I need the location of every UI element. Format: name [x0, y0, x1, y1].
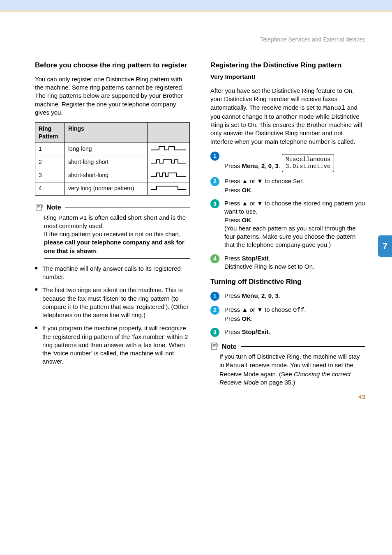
mono-off: Off [293, 307, 304, 314]
lcd-line-1: Miscellaneous [286, 156, 330, 163]
cell-waveform [148, 169, 190, 182]
cell-pattern-num: 4 [35, 182, 65, 195]
t: . [304, 177, 306, 184]
key-ok: OK [242, 187, 251, 193]
off-step-2-text: Press ▲ or ▼ to choose Off. Press OK. [224, 306, 365, 323]
t: Press [224, 292, 242, 299]
note-text-2a: If the ring pattern you received is not … [44, 230, 181, 237]
chapter-side-tab: 7 [378, 235, 392, 257]
t: (You hear each pattern as you scroll thr… [224, 225, 356, 249]
down-arrow-icon: ▼ [257, 306, 263, 313]
svg-rect-0 [36, 204, 42, 211]
note-icon [35, 203, 44, 212]
off-step-3: 3 Press Stop/Exit. [210, 328, 365, 337]
waveform-icon [151, 184, 186, 191]
t: Press [224, 200, 242, 207]
t: . [279, 292, 280, 299]
ring-pattern-table: Ring Pattern Rings 1 long-long [35, 122, 190, 195]
note-text-2c: . [96, 247, 98, 254]
t: . [251, 216, 253, 223]
t: . [251, 187, 253, 193]
note-text-1: Ring Pattern #1 is often called short-sh… [44, 214, 186, 229]
t: , [258, 162, 261, 169]
key-0: 0 [268, 292, 272, 299]
t: , [265, 162, 268, 169]
key-menu: Menu [242, 162, 258, 169]
registering-heading: Registering the Distinctive Ring pattern [210, 61, 365, 70]
t: to choose [263, 177, 293, 184]
cell-pattern-num: 3 [35, 169, 65, 182]
key-stop-exit: Stop/Exit [242, 328, 269, 335]
note-title: Note [222, 342, 237, 351]
down-arrow-icon: ▼ [257, 200, 263, 207]
t: Press [224, 216, 242, 223]
step-number-icon: 3 [210, 199, 219, 208]
note-icon [210, 342, 219, 351]
waveform-icon [151, 158, 186, 165]
t: on page 35.) [259, 379, 295, 386]
off-step-1: 1 Press Menu, 2, 0, 3. [210, 292, 365, 301]
key-stop-exit: Stop/Exit [242, 255, 269, 262]
list-item: If you program the machine properly, it … [35, 324, 190, 366]
note-block-2: Note If you turn off Distinctive Ring, t… [210, 342, 365, 390]
th-waveform [148, 123, 190, 143]
cell-rings: short-short-long [65, 169, 148, 182]
note-body: Ring Pattern #1 is often called short-sh… [44, 214, 190, 259]
step-4-text: Press Stop/Exit. Distinctive Ring is now… [224, 254, 365, 271]
t: Distinctive Ring is now set to On. [224, 263, 314, 270]
list-item: The first two rings are silent on the ma… [35, 286, 190, 319]
step-number-icon: 1 [210, 152, 219, 161]
left-intro: You can only register one Distinctive Ri… [35, 75, 190, 117]
list-item: The machine will only answer calls to it… [35, 265, 190, 281]
t: . [269, 255, 270, 262]
key-3: 3 [275, 162, 278, 169]
mono-set: Set [293, 178, 304, 185]
very-important-label: Very Important! [210, 73, 256, 80]
cell-pattern-num: 1 [35, 143, 65, 156]
svg-rect-1 [212, 343, 217, 350]
cell-rings: very long (normal pattern) [65, 182, 148, 195]
th-rings: Rings [65, 123, 148, 143]
cell-rings: short-long-short [65, 156, 148, 169]
t: Press [224, 328, 242, 335]
note-rule [65, 207, 190, 207]
up-arrow-icon: ▲ [242, 200, 248, 207]
t: . [251, 315, 253, 322]
t: or [248, 200, 257, 207]
feature-bullets: The machine will only answer calls to it… [35, 265, 190, 366]
step-number-icon: 2 [210, 306, 219, 315]
step-3: 3 Press ▲ or ▼ to choose the stored ring… [210, 199, 365, 249]
step-4: 4 Press Stop/Exit. Distinctive Ring is n… [210, 254, 365, 271]
note-text-2b: please call your telephone company and a… [44, 239, 184, 254]
note-block: Note Ring Pattern #1 is often called sho… [35, 203, 190, 259]
step-number-icon: 2 [210, 177, 219, 186]
step-1-text: Press Menu, 2, 0, 3. Miscellaneous 3.Dis… [224, 152, 365, 172]
key-menu: Menu [242, 292, 258, 299]
section-header: Telephone Services and External devices [35, 36, 365, 43]
t: Press [224, 306, 242, 313]
left-column: Before you choose the ring pattern to re… [35, 61, 190, 396]
cell-rings: long-long [65, 143, 148, 156]
lcd-line-2: 3.Distinctive [286, 163, 330, 170]
t: Press [224, 187, 242, 193]
up-arrow-icon: ▲ [242, 306, 248, 313]
key-3: 3 [275, 292, 278, 299]
note-body-2: If you turn off Distinctive Ring, the ma… [219, 352, 365, 390]
table-row: 1 long-long [35, 143, 190, 156]
waveform-icon [151, 145, 186, 152]
table-row: 2 short-long-short [35, 156, 190, 169]
up-arrow-icon: ▲ [242, 177, 248, 184]
cell-waveform [148, 182, 190, 195]
table-row: 3 short-short-long [35, 169, 190, 182]
key-ok: OK [242, 216, 251, 223]
cell-waveform [148, 156, 190, 169]
note-rule [241, 346, 365, 347]
t: Press [224, 177, 242, 184]
step-3-text: Press ▲ or ▼ to choose the stored ring p… [224, 199, 365, 249]
waveform-icon [151, 171, 186, 178]
t: Press [224, 162, 242, 169]
lcd-display: Miscellaneous 3.Distinctive [282, 154, 334, 172]
note-title: Note [46, 203, 61, 212]
key-ok: OK [242, 315, 251, 322]
off-step-2: 2 Press ▲ or ▼ to choose Off. Press OK. [210, 306, 365, 323]
